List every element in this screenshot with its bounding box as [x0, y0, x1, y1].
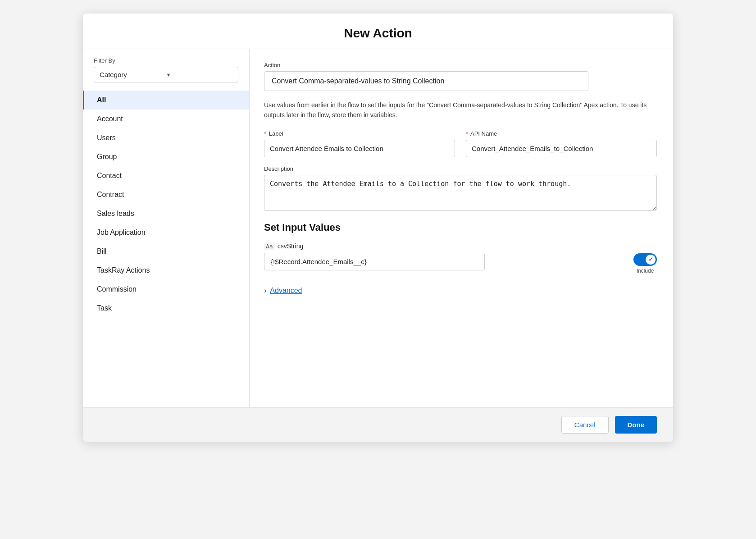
modal-body: Filter By Category ▼ All Account Users G… — [83, 49, 673, 407]
modal-header: New Action — [83, 14, 673, 49]
csv-input-row: Aa csvString ✓ Include — [264, 242, 657, 274]
action-select-box[interactable]: Convert Comma-separated-values to String… — [264, 71, 588, 91]
advanced-link[interactable]: Advanced — [270, 287, 302, 295]
action-field-label: Action — [264, 62, 657, 69]
category-filter-value: Category — [100, 71, 166, 78]
sidebar-list: All Account Users Group Contact Contract… — [83, 91, 249, 318]
label-form-group: * Label — [264, 130, 455, 157]
sidebar-item-contract[interactable]: Contract — [83, 185, 249, 204]
api-name-required-star: * — [466, 130, 468, 137]
sidebar-item-all[interactable]: All — [83, 91, 249, 110]
sidebar-item-account[interactable]: Account — [83, 110, 249, 128]
label-required-star: * — [264, 130, 266, 137]
sidebar: Filter By Category ▼ All Account Users G… — [83, 49, 250, 407]
csv-string-input[interactable] — [264, 253, 485, 270]
sidebar-item-taskray-actions[interactable]: TaskRay Actions — [83, 261, 249, 280]
description-form-group: Description Converts the Attendee Emails… — [264, 165, 657, 211]
description-textarea[interactable]: Converts the Attendee Emails to a Collec… — [264, 175, 657, 211]
api-name-input[interactable] — [466, 140, 657, 157]
chevron-right-icon: › — [264, 287, 266, 295]
api-name-form-group: * API Name — [466, 130, 657, 157]
advanced-row: › Advanced — [264, 287, 657, 295]
type-icon: Aa — [264, 242, 275, 250]
main-content: Action Convert Comma-separated-values to… — [250, 49, 673, 407]
sidebar-item-bill[interactable]: Bill — [83, 242, 249, 261]
csv-field-label: csvString — [278, 242, 304, 250]
new-action-modal: New Action Filter By Category ▼ All Acco… — [83, 14, 673, 442]
description-field-label: Description — [264, 165, 657, 172]
api-name-field-label: * API Name — [466, 130, 657, 137]
toggle-thumb: ✓ — [646, 255, 656, 265]
chevron-down-icon: ▼ — [166, 72, 233, 78]
sidebar-item-group[interactable]: Group — [83, 147, 249, 166]
label-input[interactable] — [264, 140, 455, 157]
done-button[interactable]: Done — [615, 416, 657, 434]
sidebar-item-contact[interactable]: Contact — [83, 166, 249, 185]
filter-by-label: Filter By — [83, 57, 249, 67]
include-toggle[interactable]: ✓ — [633, 253, 657, 266]
modal-footer: Cancel Done — [83, 407, 673, 442]
sidebar-item-job-application[interactable]: Job Application — [83, 223, 249, 242]
sidebar-item-commission[interactable]: Commission — [83, 280, 249, 299]
sidebar-item-task[interactable]: Task — [83, 299, 249, 318]
modal-title: New Action — [83, 26, 673, 41]
include-toggle-label: Include — [637, 268, 654, 274]
sidebar-item-users[interactable]: Users — [83, 128, 249, 147]
cancel-button[interactable]: Cancel — [561, 416, 609, 434]
label-field-label: * Label — [264, 130, 455, 137]
include-toggle-container: ✓ Include — [633, 242, 657, 274]
checkmark-icon: ✓ — [648, 256, 653, 263]
category-filter-select[interactable]: Category ▼ — [94, 67, 238, 82]
set-input-title: Set Input Values — [264, 222, 657, 233]
sidebar-item-sales-leads[interactable]: Sales leads — [83, 204, 249, 223]
action-description-text: Use values from earlier in the flow to s… — [264, 100, 657, 120]
label-api-row: * Label * API Name — [264, 130, 657, 157]
csv-label-row: Aa csvString — [264, 242, 625, 250]
csv-input-group: Aa csvString — [264, 242, 625, 270]
